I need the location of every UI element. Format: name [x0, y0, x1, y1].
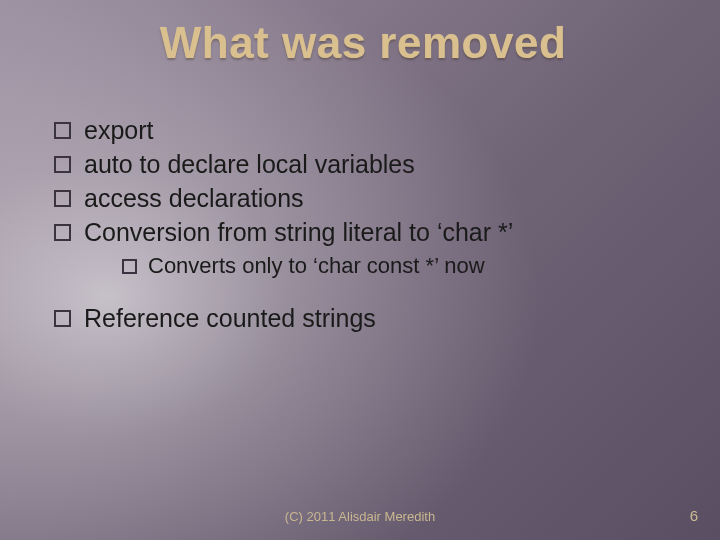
bullet-text: access declarations: [84, 184, 304, 212]
list-item: auto to declare local variables: [46, 148, 680, 180]
sub-bullet-text: Converts only to ‘char const *’ now: [148, 253, 485, 278]
slide: What was removed export auto to declare …: [0, 0, 720, 540]
sub-list-item: Converts only to ‘char const *’ now: [84, 252, 680, 280]
bullet-list: export auto to declare local variables a…: [46, 114, 680, 334]
list-item: export: [46, 114, 680, 146]
bullet-text: Conversion from string literal to ‘char …: [84, 218, 513, 246]
footer-copyright: (C) 2011 Alisdair Meredith: [0, 509, 720, 524]
list-item: Reference counted strings: [46, 302, 680, 334]
page-number: 6: [690, 507, 698, 524]
slide-title: What was removed: [46, 18, 680, 68]
sub-list: Converts only to ‘char const *’ now: [84, 252, 680, 280]
bullet-text: export: [84, 116, 153, 144]
list-item: Conversion from string literal to ‘char …: [46, 216, 680, 280]
bullet-text: auto to declare local variables: [84, 150, 415, 178]
list-item: access declarations: [46, 182, 680, 214]
spacer: [46, 290, 680, 302]
bullet-text: Reference counted strings: [84, 304, 376, 332]
